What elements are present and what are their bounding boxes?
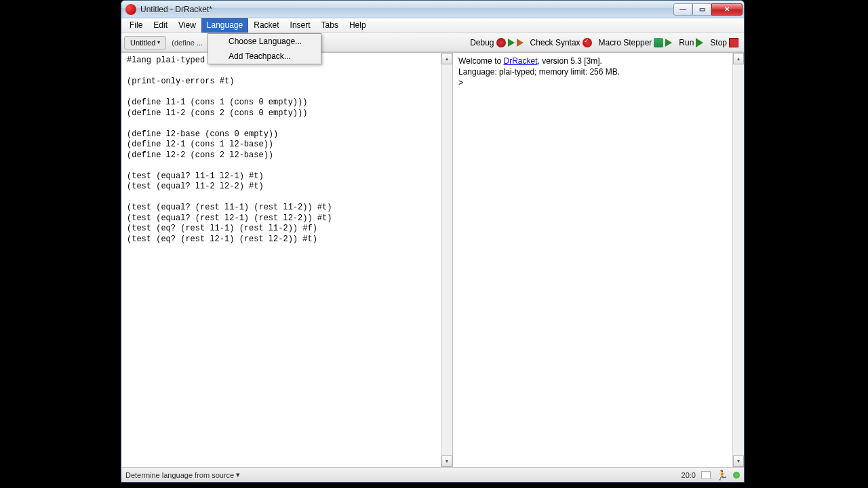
titlebar[interactable]: Untitled - DrRacket* — ▭ ✕: [121, 1, 744, 18]
window-controls: — ▭ ✕: [673, 3, 743, 16]
stop-icon: [729, 38, 738, 47]
macro-stepper-label: Macro Stepper: [599, 38, 652, 47]
close-button[interactable]: ✕: [711, 3, 743, 16]
debug-button[interactable]: Debug: [467, 37, 526, 49]
scroll-up-icon[interactable]: ▴: [441, 53, 452, 64]
window-title: Untitled - DrRacket*: [140, 5, 673, 14]
scroll-down-icon[interactable]: ▾: [733, 455, 744, 467]
menu-view[interactable]: View: [173, 18, 201, 33]
run-button[interactable]: Run: [676, 37, 706, 49]
macro-stepper-button[interactable]: Macro Stepper: [596, 37, 675, 49]
app-icon: [125, 4, 136, 15]
menu-language[interactable]: Language: [201, 18, 248, 33]
check-syntax-button[interactable]: Check Syntax: [528, 37, 595, 49]
menu-racket[interactable]: Racket: [248, 18, 284, 33]
definitions-pane[interactable]: #lang plai-typed (print-only-errors #t) …: [121, 53, 452, 467]
definitions-scrollbar[interactable]: ▴ ▾: [441, 53, 452, 467]
menu-edit[interactable]: Edit: [148, 18, 173, 33]
debug-label: Debug: [470, 38, 494, 47]
status-language-label: Determine language from source: [125, 471, 234, 479]
debug-step-icon: [517, 39, 524, 47]
code-editor[interactable]: #lang plai-typed (print-only-errors #t) …: [121, 53, 452, 247]
interactions-pane[interactable]: Welcome to DrRacket, version 5.3 [3m]. L…: [452, 53, 744, 467]
scroll-up-icon[interactable]: ▴: [733, 53, 744, 64]
file-tab-label: Untitled: [130, 39, 155, 47]
gc-indicator-icon[interactable]: [733, 472, 740, 479]
menu-help[interactable]: Help: [344, 18, 372, 33]
stop-label: Stop: [710, 38, 727, 47]
debug-play-icon: [508, 39, 515, 47]
add-teachpack-item[interactable]: Add Teachpack...: [208, 49, 321, 64]
welcome-prefix: Welcome to: [458, 56, 503, 66]
menu-insert[interactable]: Insert: [285, 18, 316, 33]
macro-stepper-icon: [654, 38, 663, 47]
drracket-link[interactable]: DrRacket: [503, 56, 537, 66]
run-icon: [696, 38, 703, 47]
minimize-button[interactable]: —: [673, 3, 692, 16]
file-tab[interactable]: Untitled ▾: [124, 36, 166, 49]
menubar: File Edit View Language Racket Insert Ta…: [121, 18, 744, 33]
caret-down-icon: ▾: [236, 470, 240, 479]
choose-language-item[interactable]: Choose Language...: [208, 34, 321, 49]
language-menu-dropdown: Choose Language... Add Teachpack...: [208, 33, 321, 64]
run-label: Run: [679, 38, 694, 47]
running-man-icon: 🏃: [716, 470, 728, 481]
macro-play-icon: [665, 39, 672, 47]
welcome-suffix: , version 5.3 [3m].: [537, 56, 601, 66]
language-chooser[interactable]: Determine language from source ▾: [125, 470, 240, 479]
caret-down-icon: ▾: [157, 39, 160, 45]
check-syntax-icon: [583, 38, 592, 47]
language-line: Language: plai-typed; memory limit: 256 …: [458, 67, 620, 77]
stop-button[interactable]: Stop: [707, 37, 741, 49]
app-window: Untitled - DrRacket* — ▭ ✕ File Edit Vie…: [121, 0, 745, 483]
maximize-button[interactable]: ▭: [692, 3, 711, 16]
scroll-down-icon[interactable]: ▾: [441, 455, 452, 467]
debug-icon: [496, 38, 506, 47]
repl-output[interactable]: Welcome to DrRacket, version 5.3 [3m]. L…: [453, 53, 744, 92]
content-area: #lang plai-typed (print-only-errors #t) …: [121, 52, 744, 467]
menu-file[interactable]: File: [124, 18, 148, 33]
statusbar: Determine language from source ▾ 20:0 🏃: [121, 467, 744, 482]
repl-prompt[interactable]: >: [458, 79, 463, 88]
check-syntax-label: Check Syntax: [530, 38, 580, 47]
cursor-position: 20:0: [682, 471, 696, 479]
definition-path[interactable]: (define ...: [167, 37, 207, 49]
interactions-scrollbar[interactable]: ▴ ▾: [732, 53, 744, 467]
notification-box-icon[interactable]: [701, 471, 711, 479]
menu-tabs[interactable]: Tabs: [316, 18, 344, 33]
